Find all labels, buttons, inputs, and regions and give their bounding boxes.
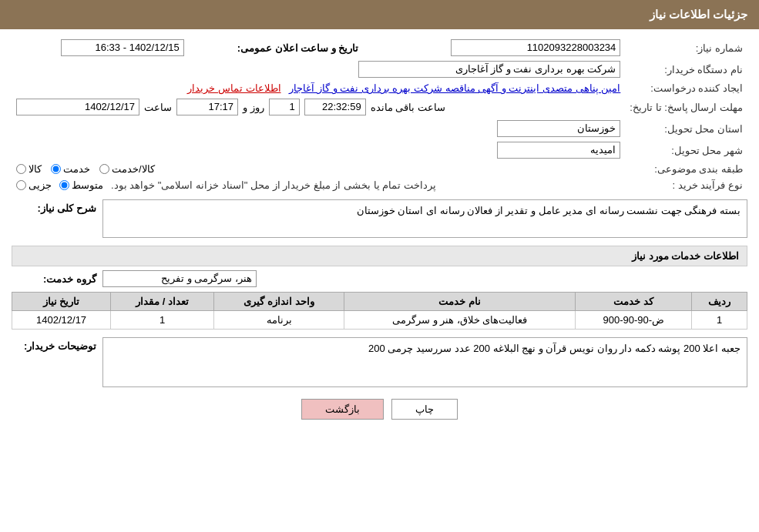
mohlat-rooz-label: روز و (243, 102, 264, 113)
motavaset-label: متوسط (72, 179, 103, 191)
col-kod-khedmat: کد خدمت (576, 293, 692, 311)
ostan-input: خوزستان (497, 120, 620, 137)
tarifebandi-row: طبقه بندی موضوعی: کالا خدمت (12, 161, 747, 177)
radio-kalakhedmat-input[interactable] (99, 164, 109, 174)
group-khedmat-row: گروه خدمت: هنر، سرگرمی و تفریح (12, 270, 747, 287)
group-khedmat-label: گروه خدمت: (12, 273, 96, 285)
ijad-konnande-row: ایجاد کننده درخواست: امین پناهی متصدی ای… (12, 80, 747, 96)
tarikh-saat-alan-label: تاریخ و ساعت اعلان عمومی: (189, 37, 364, 59)
tosifat-section: توضیحات خریدار: جعبه اعلا 200 پوشه دکمه … (12, 337, 747, 387)
mohlat-rooz-input: 1 (269, 99, 300, 115)
ijad-konnande-value: امین پناهی متصدی اینترنت و آگهی مناقصه ش… (12, 80, 625, 96)
btn-bazgasht[interactable]: بازگشت (301, 399, 384, 420)
table-cell: فعالیت‌های خلاق، هنر و سرگرمی (344, 311, 576, 330)
table-cell: 1 (111, 311, 214, 330)
khadamat-section-title: اطلاعات خدمات مورد نیاز (12, 246, 747, 266)
mohlat-label: مهلت ارسال پاسخ: تا تاریخ: (625, 96, 747, 118)
noe-farayand-text: پرداخت تمام یا بخشی از مبلغ خریدار از مح… (111, 179, 436, 191)
services-table-body: 1ض-90-90-900فعالیت‌های خلاق، هنر و سرگرم… (12, 311, 747, 330)
radio-kala: کالا (16, 163, 42, 175)
ostan-value: خوزستان (12, 118, 625, 139)
services-table-header: ردیف کد خدمت نام خدمت واحد اندازه گیری ت… (12, 293, 747, 311)
radio-motavaset-input[interactable] (59, 180, 69, 190)
nam-dastgah-row: نام دستگاه خریدار: شرکت بهره برداری نفت … (12, 59, 747, 80)
kala-label: کالا (29, 163, 42, 175)
shahr-input: امیدیه (497, 142, 620, 159)
shomare-niaz-label: شماره نیاز: (625, 37, 747, 59)
nam-dastgah-label: نام دستگاه خریدار: (625, 59, 747, 80)
tosifat-box: جعبه اعلا 200 پوشه دکمه دار روان نویس قر… (102, 337, 747, 387)
table-cell: 1 (692, 311, 747, 330)
table-cell: ض-90-90-900 (576, 311, 692, 330)
tarikh-saat-alan-input: 1402/12/15 - 16:33 (61, 39, 184, 56)
services-table: ردیف کد خدمت نام خدمت واحد اندازه گیری ت… (12, 292, 747, 330)
radio-kala-khedmat: کالا/خدمت (99, 163, 155, 175)
khedmat-label: خدمت (63, 163, 90, 175)
ostan-row: استان محل تحویل: خوزستان (12, 118, 747, 139)
radio-khedmat-input[interactable] (51, 164, 61, 174)
main-content: شماره نیاز: 1102093228003234 تاریخ و ساع… (0, 29, 759, 435)
btn-area: چاپ بازگشت (12, 399, 747, 420)
shahr-value: امیدیه (12, 139, 625, 161)
tarifebandi-value: کالا خدمت کالا/خدمت (12, 161, 625, 177)
kala-khedmat-label: کالا/خدمت (112, 163, 155, 175)
page-title: جزئیات اطلاعات نیاز (650, 8, 747, 21)
sharh-koli-label: شرح کلی نیاز: (12, 199, 96, 214)
services-header-row: ردیف کد خدمت نام خدمت واحد اندازه گیری ت… (12, 293, 747, 311)
mohlat-saat-label: ساعت (144, 102, 172, 113)
table-cell: برنامه (214, 311, 344, 330)
main-info-table: شماره نیاز: 1102093228003234 تاریخ و ساع… (12, 37, 747, 193)
radio-kala-input[interactable] (16, 164, 26, 174)
nam-dastgah-value: شرکت بهره برداری نفت و گاز آغاجاری (12, 59, 625, 80)
col-nam-khedmat: نام خدمت (344, 293, 576, 311)
tarifebandi-label: طبقه بندی موضوعی: (625, 161, 747, 177)
page-wrapper: جزئیات اطلاعات نیاز شماره نیاز: 11020932… (0, 0, 759, 532)
radio-jazei-input[interactable] (16, 180, 26, 190)
shahr-label: شهر محل تحویل: (625, 139, 747, 161)
tosifat-value: جعبه اعلا 200 پوشه دکمه دار روان نویس قر… (368, 343, 741, 354)
col-radif: ردیف (692, 293, 747, 311)
mohlat-row: مهلت ارسال پاسخ: تا تاریخ: 1402/12/17 سا… (12, 96, 747, 118)
table-cell: 1402/12/17 (12, 311, 111, 330)
shahr-row: شهر محل تحویل: امیدیه (12, 139, 747, 161)
shomare-niaz-input: 1102093228003234 (451, 39, 620, 56)
tarikh-saat-alan-value: 1402/12/15 - 16:33 (12, 37, 189, 59)
ijad-konnande-link[interactable]: امین پناهی متصدی اینترنت و آگهی مناقصه ش… (289, 82, 620, 94)
noe-farayand-row: نوع فرآیند خرید : جزیی متوسط پرداخت (12, 177, 747, 193)
page-header: جزئیات اطلاعات نیاز (0, 0, 759, 29)
radio-khedmat: خدمت (51, 163, 90, 175)
col-vahed: واحد اندازه گیری (214, 293, 344, 311)
sharh-koli-box: بسته فرهنگی جهت نشست رسانه ای مدیر عامل … (102, 199, 747, 238)
group-khedmat-value: هنر، سرگرمی و تفریح (161, 273, 252, 284)
group-khedmat-input: هنر، سرگرمی و تفریح (102, 270, 257, 287)
sharh-koli-value: بسته فرهنگی جهت نشست رسانه ای مدیر عامل … (357, 205, 741, 216)
mohlat-baghimande-input: 22:32:59 (304, 99, 366, 115)
col-tedad: تعداد / مقدار (111, 293, 214, 311)
jazei-label: جزیی (29, 179, 52, 191)
nam-dastgah-input: شرکت بهره برداری نفت و گاز آغاجاری (358, 61, 620, 78)
ijad-konnande-label: ایجاد کننده درخواست: (625, 80, 747, 96)
tamas-link[interactable]: اطلاعات تماس خریدار (187, 82, 280, 94)
ostan-label: استان محل تحویل: (625, 118, 747, 139)
sharh-koli-section: شرح کلی نیاز: بسته فرهنگی جهت نشست رسانه… (12, 199, 747, 238)
mohlat-date-input: 1402/12/17 (16, 99, 139, 115)
btn-chap[interactable]: چاپ (391, 399, 458, 420)
table-row: 1ض-90-90-900فعالیت‌های خلاق، هنر و سرگرم… (12, 311, 747, 330)
shomare-niaz-value: 1102093228003234 (386, 37, 625, 59)
radio-jazei: جزیی (16, 179, 52, 191)
mohlat-baghimande-label: ساعت باقی مانده (371, 102, 445, 113)
col-tarikh: تاریخ نیاز (12, 293, 111, 311)
shomare-niaz-row: شماره نیاز: 1102093228003234 تاریخ و ساع… (12, 37, 747, 59)
mohlat-saat-input: 17:17 (176, 99, 238, 115)
radio-motavaset: متوسط (59, 179, 103, 191)
mohlat-value: 1402/12/17 ساعت 17:17 روز و 1 22:3 (12, 96, 625, 118)
tosifat-label: توضیحات خریدار: (12, 337, 96, 352)
noe-farayand-label: نوع فرآیند خرید : (625, 177, 747, 193)
noe-farayand-value: جزیی متوسط پرداخت تمام یا بخشی از مبلغ خ… (12, 177, 625, 193)
